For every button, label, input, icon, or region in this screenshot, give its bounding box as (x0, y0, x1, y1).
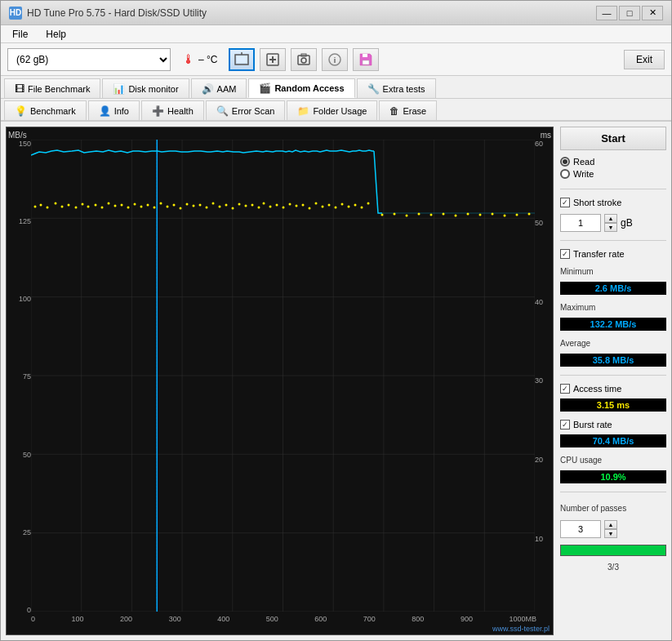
app-icon: HD (9, 7, 22, 20)
svg-point-58 (193, 205, 195, 207)
health-icon-btn[interactable] (260, 48, 286, 71)
short-stroke-down[interactable]: ▼ (604, 223, 617, 232)
radio-read[interactable]: Read (560, 157, 666, 167)
burst-rate-check: ✓ (560, 420, 570, 430)
tab-benchmark[interactable]: 💡 Benchmark (4, 100, 87, 120)
menu-help[interactable]: Help (41, 27, 71, 42)
info-tab-icon: 👤 (99, 105, 111, 117)
tab-health[interactable]: ➕ Health (141, 100, 204, 120)
window-controls: — □ ✕ (596, 6, 663, 20)
tab-info[interactable]: 👤 Info (88, 100, 140, 120)
burst-rate-checkbox[interactable]: ✓ Burst rate (560, 420, 666, 430)
svg-point-62 (219, 206, 221, 208)
svg-point-68 (258, 207, 260, 209)
drive-select[interactable]: (62 gB) (7, 48, 171, 71)
tab-erase[interactable]: 🗑 Erase (379, 100, 437, 120)
cpu-usage-value: 10.9% (560, 470, 666, 483)
svg-point-94 (479, 214, 482, 216)
tab-extra-tests[interactable]: 🔧 Extra tests (357, 78, 436, 98)
svg-point-34 (34, 206, 37, 208)
svg-rect-11 (363, 60, 369, 65)
access-time-checkbox[interactable]: ✓ Access time (560, 384, 666, 394)
tab-file-benchmark[interactable]: 🎞 File Benchmark (4, 78, 100, 98)
average-value: 35.8 MB/s (560, 354, 666, 367)
svg-point-59 (199, 204, 202, 207)
transfer-rate-check: ✓ (560, 249, 570, 259)
svg-point-46 (114, 205, 117, 207)
passes-input[interactable] (560, 520, 601, 538)
minimize-button[interactable]: — (596, 6, 617, 20)
svg-point-60 (206, 207, 208, 209)
svg-point-71 (276, 204, 278, 207)
close-button[interactable]: ✕ (642, 6, 663, 20)
svg-point-48 (127, 207, 130, 209)
svg-point-37 (55, 203, 57, 205)
x-axis-labels: 0 100 200 300 400 500 600 700 800 900 10… (31, 615, 536, 623)
short-stroke-up[interactable]: ▲ (604, 214, 617, 223)
svg-point-81 (341, 203, 344, 206)
radio-write[interactable]: Write (560, 169, 666, 179)
svg-point-50 (140, 206, 143, 208)
title-bar: HD HD Tune Pro 5.75 - Hard Disk/SSD Util… (1, 1, 671, 25)
svg-point-73 (289, 203, 291, 206)
passes-up[interactable]: ▲ (604, 520, 617, 529)
svg-point-52 (154, 207, 156, 209)
divider2 (560, 240, 666, 241)
svg-point-45 (108, 203, 110, 205)
erase-icon: 🗑 (389, 105, 399, 117)
svg-point-56 (180, 207, 182, 210)
svg-point-63 (225, 204, 228, 207)
svg-point-80 (335, 207, 337, 209)
svg-point-55 (173, 204, 176, 207)
svg-point-84 (361, 207, 363, 209)
short-stroke-spinner-btns: ▲ ▼ (604, 214, 617, 232)
svg-point-35 (40, 204, 42, 207)
tabs-row1: 🎞 File Benchmark 📊 Disk monitor 🔊 AAM 🎬 … (1, 76, 671, 99)
svg-point-42 (87, 206, 90, 208)
save-icon-btn[interactable] (353, 48, 379, 71)
transfer-rate-checkbox[interactable]: ✓ Transfer rate (560, 249, 666, 259)
svg-point-86 (381, 214, 384, 216)
info-icon-btn[interactable]: i (322, 48, 348, 71)
svg-point-54 (167, 206, 169, 208)
y-axis-values-right: 60 50 40 30 20 10 (535, 140, 551, 614)
svg-point-61 (212, 203, 215, 205)
svg-point-36 (47, 207, 49, 209)
file-benchmark-icon: 🎞 (15, 83, 24, 95)
tab-error-scan[interactable]: 🔍 Error Scan (206, 100, 286, 120)
error-scan-icon: 🔍 (216, 105, 229, 117)
svg-point-79 (328, 204, 331, 207)
radio-read-circle (560, 157, 570, 167)
screenshot-icon-btn[interactable] (291, 48, 317, 71)
svg-point-89 (418, 213, 421, 216)
tab-disk-monitor[interactable]: 📊 Disk monitor (102, 78, 189, 98)
svg-point-39 (68, 204, 70, 207)
svg-point-91 (443, 213, 445, 216)
menu-file[interactable]: File (7, 27, 33, 42)
tab-random-access[interactable]: 🎬 Random Access (248, 78, 354, 98)
maximize-button[interactable]: □ (619, 6, 640, 20)
svg-point-98 (528, 213, 531, 216)
short-stroke-input[interactable] (560, 214, 601, 232)
svg-point-69 (263, 203, 265, 205)
svg-point-82 (348, 206, 350, 208)
exit-button[interactable]: Exit (624, 50, 665, 69)
svg-point-76 (309, 207, 311, 210)
tab-folder-usage[interactable]: 📁 Folder Usage (287, 100, 377, 120)
svg-point-70 (269, 206, 272, 208)
menu-bar: File Help (1, 25, 671, 43)
minimum-label: Minimum (560, 267, 666, 276)
access-time-check: ✓ (560, 384, 570, 394)
main-window: HD HD Tune Pro 5.75 - Hard Disk/SSD Util… (0, 0, 672, 641)
num-passes-label: Number of passes (560, 504, 666, 513)
toolbar: (62 gB) 🌡 – °C (1, 43, 671, 76)
tab-aam[interactable]: 🔊 AAM (191, 78, 247, 98)
svg-point-90 (430, 214, 433, 216)
tabs-row2: 💡 Benchmark 👤 Info ➕ Health 🔍 Error Scan… (1, 99, 671, 122)
y-axis-values-left: 150 125 100 75 50 25 0 (8, 140, 31, 614)
start-button[interactable]: Start (560, 127, 666, 150)
benchmark-icon-btn[interactable] (229, 48, 255, 71)
passes-down[interactable]: ▼ (604, 529, 617, 538)
svg-point-43 (95, 204, 97, 207)
short-stroke-checkbox[interactable]: ✓ Short stroke (560, 198, 666, 207)
